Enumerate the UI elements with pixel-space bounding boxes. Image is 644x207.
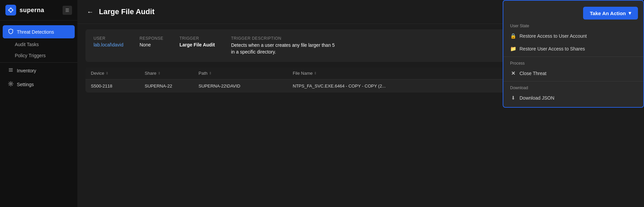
dropdown-section-download: Download (503, 83, 643, 92)
dropdown-divider-2 (503, 81, 643, 81)
sidebar-logo-text: superna (20, 7, 44, 14)
dropdown-section-process: Process (503, 58, 643, 67)
info-label-trigger: Trigger (179, 36, 215, 41)
info-value-user: lab.local\david (94, 42, 123, 47)
sidebar-divider-1 (0, 62, 77, 63)
dropdown-item-label-restore-shares: Restore User Access to Shares (520, 46, 585, 51)
lock-icon: 🔒 (510, 33, 516, 39)
action-dropdown-menu: Take An Action ▾ User State 🔒 Restore Ac… (503, 0, 644, 108)
close-icon: ✕ (510, 70, 516, 76)
sidebar-item-label-settings: Settings (17, 82, 34, 87)
action-btn-dropdown-chevron: ▾ (629, 10, 631, 16)
info-value-trigger: Large File Audit (179, 42, 215, 47)
info-field-trigger-desc: Trigger Description Detects when a user … (231, 36, 335, 55)
info-label-trigger-desc: Trigger Description (231, 36, 335, 41)
dropdown-item-label-download-json: Download JSON (520, 95, 554, 101)
header-left: ← Large File Audit (85, 7, 154, 17)
gear-icon (8, 81, 13, 88)
sidebar-item-label-threat-detections: Threat Detections (17, 29, 54, 35)
info-value-trigger-desc: Detects when a user creates any file lar… (231, 42, 335, 55)
dropdown-item-download-json[interactable]: ⬇ Download JSON (503, 92, 643, 104)
sidebar: superna ☰ Threat Detections Audit Tasks … (0, 0, 77, 207)
sidebar-item-settings[interactable]: Settings (3, 78, 75, 91)
sidebar-navigation: Threat Detections Audit Tasks Policy Tri… (0, 21, 77, 96)
sidebar-item-threat-detections[interactable]: Threat Detections (3, 25, 75, 38)
superna-logo-icon (5, 5, 16, 15)
column-header-device: Device ⇕ (91, 71, 145, 76)
dropdown-item-label-close-threat: Close Threat (520, 71, 546, 76)
info-field-response: Response None (140, 36, 164, 55)
cell-path: SUPERNA-22\DAVID (199, 83, 293, 89)
info-label-user: User (94, 36, 123, 41)
svg-rect-2 (9, 68, 13, 69)
dropdown-divider-1 (503, 57, 643, 57)
list-icon (8, 67, 13, 74)
sidebar-item-label-audit-tasks: Audit Tasks (15, 42, 39, 47)
sidebar-logo-area: superna ☰ (0, 0, 77, 21)
shield-icon (8, 29, 13, 35)
dropdown-item-restore-account[interactable]: 🔒 Restore Access to User Account (503, 30, 643, 42)
back-button[interactable]: ← (85, 7, 95, 17)
svg-point-5 (10, 83, 12, 85)
dropdown-item-label-restore-account: Restore Access to User Account (520, 33, 587, 39)
column-header-path: Path ⇕ (199, 71, 293, 76)
sidebar-item-label-policy-triggers: Policy Triggers (15, 53, 46, 58)
sidebar-item-label-inventory: Inventory (17, 68, 36, 73)
svg-rect-3 (9, 70, 13, 70)
sort-icon-share: ⇕ (158, 71, 160, 75)
sidebar-item-policy-triggers[interactable]: Policy Triggers (3, 50, 75, 61)
info-value-response: None (140, 42, 164, 47)
info-label-response: Response (140, 36, 164, 41)
dropdown-section-user-state: User State (503, 21, 643, 30)
dropdown-item-close-threat[interactable]: ✕ Close Threat (503, 67, 643, 80)
page-title: Large File Audit (99, 7, 154, 16)
user-value-text: lab.local\david (94, 42, 123, 47)
sidebar-menu-button[interactable]: ☰ (63, 6, 72, 15)
dropdown-header: Take An Action ▾ (503, 3, 643, 21)
download-icon: ⬇ (510, 95, 516, 101)
action-btn-dropdown-label: Take An Action (590, 10, 626, 16)
cell-device: S500-2118 (91, 83, 145, 89)
sort-icon-path: ⇕ (209, 71, 212, 75)
sidebar-item-inventory[interactable]: Inventory (3, 64, 75, 77)
svg-point-1 (9, 9, 12, 11)
sort-icon-device: ⇕ (106, 71, 108, 75)
sidebar-item-audit-tasks[interactable]: Audit Tasks (3, 39, 75, 50)
cell-share: SUPERNA-22 (145, 83, 199, 89)
sort-icon-filename: ⇕ (314, 71, 317, 75)
info-field-trigger: Trigger Large File Audit (179, 36, 215, 55)
info-field-user: User lab.local\david (94, 36, 123, 55)
column-header-share: Share ⇕ (145, 71, 199, 76)
svg-rect-4 (9, 71, 13, 72)
dropdown-item-restore-shares[interactable]: 📁 Restore User Access to Shares (503, 42, 643, 55)
folder-icon: 📁 (510, 46, 516, 52)
take-action-button-dropdown[interactable]: Take An Action ▾ (583, 7, 638, 20)
main-content: ← Large File Audit Take An Action ▾ User… (77, 0, 644, 207)
